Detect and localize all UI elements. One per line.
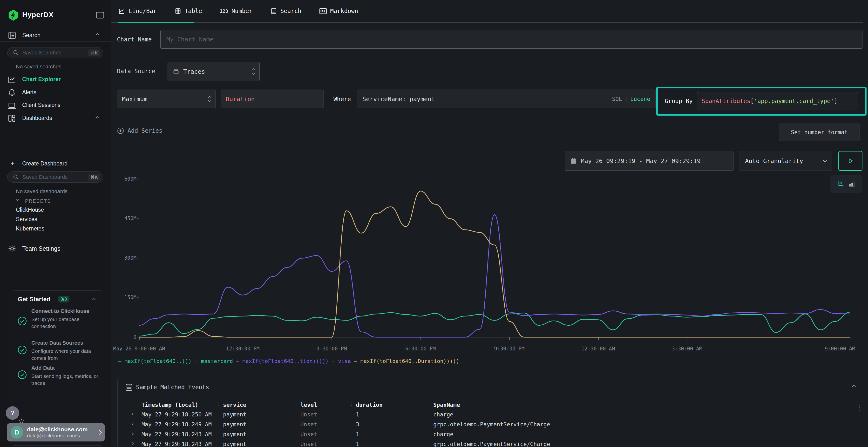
y-axis-tick-label: 600M <box>111 176 136 182</box>
table-row-cell[interactable]: payment <box>223 411 246 418</box>
tab-number[interactable]: 123 Number <box>220 8 252 14</box>
legend-separator[interactable]: · <box>194 358 198 364</box>
table-row-cell[interactable]: May 27 9:29:18.243 AM <box>142 431 212 437</box>
table-row-cell[interactable]: Unset <box>301 411 317 418</box>
preset-services[interactable]: Services <box>16 216 37 222</box>
date-range-input[interactable]: May 26 09:29:19 - May 27 09:29:19 <box>565 151 734 171</box>
checklist-item[interactable]: Add Data Start sending logs, metrics, or… <box>31 364 99 386</box>
saved-searches-input[interactable]: ⌘K <box>7 47 103 58</box>
presets-chevron-icon[interactable] <box>16 198 19 201</box>
table-row-cell[interactable]: 1 <box>356 431 359 437</box>
table-row-cell[interactable]: grpc.oteldemo.PaymentService/Charge <box>433 441 550 447</box>
preset-clickhouse[interactable]: ClickHouse <box>16 207 44 213</box>
column-header-level[interactable]: level <box>301 402 317 408</box>
column-header-spanname[interactable]: SpanName <box>433 402 460 408</box>
no-saved-dashboards-text: No saved dashboards <box>16 188 67 195</box>
create-dashboard-button[interactable]: Create Dashboard <box>22 161 67 167</box>
user-menu[interactable]: D dale@clickhouse.com dale@clickhouse.co… <box>7 423 105 442</box>
sidebar-collapse-icon[interactable] <box>95 11 105 19</box>
where-input[interactable]: SQL | Lucene <box>357 90 656 108</box>
column-header-service[interactable]: service <box>223 402 246 408</box>
group-by-input[interactable]: SpanAttributes['app.payment.card_type'] <box>697 92 858 110</box>
y-axis-tick-label: 0 <box>111 334 136 340</box>
table-row-cell[interactable]: May 27 9:29:18.250 AM <box>142 411 212 418</box>
database-icon <box>173 68 179 75</box>
legend-group-label[interactable]: visa <box>338 358 351 364</box>
legend-swatch[interactable]: — <box>118 358 121 364</box>
get-started-title: Get Started <box>18 296 51 303</box>
presets-label[interactable]: PRESETS <box>25 199 51 204</box>
table-row-cell[interactable]: 1 <box>356 411 359 418</box>
events-menu-icon[interactable]: ⋮ <box>857 407 863 409</box>
column-header-duration[interactable]: duration <box>356 402 383 408</box>
legend-series-label[interactable]: maxIf(toFloat640..))) <box>124 358 191 364</box>
run-query-button[interactable] <box>838 151 863 171</box>
checklist-item[interactable]: Connect to ClickHouse Set up your databa… <box>31 307 99 330</box>
table-row-cell[interactable]: charge <box>433 411 453 418</box>
add-series-button[interactable]: Add Series <box>117 127 162 134</box>
preset-kubernetes[interactable]: Kubernetes <box>16 226 44 232</box>
aggregation-select[interactable]: Maximum <box>117 90 216 108</box>
help-button[interactable]: ? <box>6 406 19 420</box>
table-row-cell[interactable]: 3 <box>356 421 359 427</box>
sql-toggle[interactable]: SQL <box>612 96 622 102</box>
table-row-cell[interactable]: May 27 9:29:18.249 AM <box>142 421 212 427</box>
dashboards-collapse-chevron-icon[interactable] <box>95 116 99 120</box>
chart-canvas[interactable] <box>139 179 850 338</box>
tab-search[interactable]: Search <box>270 7 301 15</box>
table-row-cell[interactable]: Unset <box>301 431 317 437</box>
set-number-format-button[interactable]: Set number format <box>779 124 860 141</box>
column-resize-handle[interactable]: ⋮ <box>293 403 299 405</box>
saved-dashboards-field[interactable] <box>23 174 88 180</box>
column-resize-handle[interactable]: ⋮ <box>349 403 354 405</box>
table-row-cell[interactable]: payment <box>223 441 246 447</box>
avatar: D <box>10 426 23 439</box>
sidebar-item-dashboards[interactable]: Dashboards <box>22 115 52 122</box>
sidebar-item-chart-explorer[interactable]: Chart Explorer <box>22 76 61 82</box>
table-row-cell[interactable]: Unset <box>301 441 317 447</box>
tab-line-bar[interactable]: Line/Bar <box>118 7 157 15</box>
tabs-baseline <box>111 22 863 23</box>
legend-series-label[interactable]: maxIf(toFloat640..Duration))))) <box>360 358 459 364</box>
table-row-cell[interactable]: payment <box>223 421 246 427</box>
dashboards-icon <box>8 114 16 122</box>
table-row-cell[interactable]: payment <box>223 431 246 437</box>
legend-series-label[interactable]: maxIf(toFloat640..tion))))) <box>242 358 329 364</box>
search-icon <box>13 49 19 56</box>
sidebar-item-client-sessions[interactable]: Client Sessions <box>22 102 61 108</box>
column-resize-handle[interactable]: ⋮ <box>426 403 432 405</box>
table-row-cell[interactable]: charge <box>433 431 453 437</box>
legend-separator[interactable]: · <box>332 358 335 364</box>
saved-dashboards-input[interactable]: ⌘K <box>7 171 103 182</box>
data-source-select[interactable]: Traces <box>167 62 260 81</box>
table-row-cell[interactable]: grpc.oteldemo.PaymentService/Charge <box>433 421 550 427</box>
checklist-item[interactable]: Create Data Sources Configure where your… <box>31 339 99 362</box>
field-select[interactable]: Duration <box>221 90 324 108</box>
select-chevrons-icon <box>209 96 211 102</box>
legend-group-label[interactable]: mastercard <box>201 358 233 364</box>
saved-searches-field[interactable] <box>23 49 88 56</box>
sidebar-divider <box>0 41 111 42</box>
tab-markdown[interactable]: Markdown <box>319 8 358 14</box>
sidebar-item-team-settings[interactable]: Team Settings <box>22 245 60 252</box>
column-header-timestamp[interactable]: Timestamp (Local) <box>142 402 198 408</box>
hyperdx-logo-icon[interactable] <box>8 9 19 21</box>
sidebar-item-alerts[interactable]: Alerts <box>22 89 36 96</box>
table-row-cell[interactable]: May 27 9:29:18.243 AM <box>142 441 212 447</box>
main-content: Line/Bar Table 123 Number Search <box>111 0 868 447</box>
legend-swatch[interactable]: — <box>354 358 357 364</box>
tab-table[interactable]: Table <box>175 7 202 15</box>
sidebar-item-search[interactable]: Search <box>22 32 40 38</box>
active-tab-indicator <box>118 22 194 23</box>
granularity-select[interactable]: Auto Granularity <box>739 151 832 171</box>
checklist-item-desc: Configure where your data comes from <box>31 347 99 362</box>
chart-name-input[interactable] <box>160 30 863 49</box>
column-resize-handle[interactable]: ⋮ <box>216 403 221 405</box>
search-collapse-chevron-icon[interactable] <box>95 33 99 37</box>
bracket-open: [ <box>750 98 754 105</box>
table-row-cell[interactable]: Unset <box>301 421 317 427</box>
legend-swatch[interactable]: — <box>236 358 239 364</box>
legend-separator[interactable]: · <box>462 358 466 364</box>
table-row-cell[interactable]: 1 <box>356 441 359 447</box>
lucene-toggle[interactable]: Lucene <box>630 96 650 102</box>
